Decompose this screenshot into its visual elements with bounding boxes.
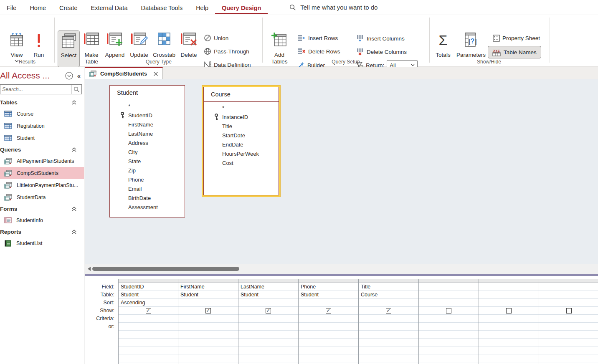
field-cell[interactable]: [419, 283, 479, 291]
empty-cell[interactable]: [299, 331, 358, 339]
empty-cell[interactable]: [299, 354, 358, 362]
menu-query-design[interactable]: Query Design: [215, 1, 268, 14]
grid-column-header[interactable]: [359, 279, 418, 283]
sort-cell[interactable]: [299, 299, 358, 307]
field-row[interactable]: Title: [204, 121, 279, 131]
or-cell[interactable]: [299, 323, 358, 331]
empty-cell[interactable]: [238, 362, 298, 364]
field-row[interactable]: LastName: [110, 129, 185, 138]
menu-database-tools[interactable]: Database Tools: [134, 1, 189, 14]
nav-item-studentdata-query[interactable]: StudentData: [0, 191, 84, 203]
field-cell[interactable]: LastName: [238, 283, 298, 291]
sort-cell[interactable]: [359, 299, 418, 307]
property-sheet-button[interactable]: Property Sheet: [493, 35, 540, 42]
union-button[interactable]: Union: [204, 34, 228, 42]
field-row[interactable]: City: [110, 147, 185, 157]
make-table-button[interactable]: Make Table: [80, 32, 103, 65]
view-button[interactable]: View: [5, 32, 28, 62]
tab-compscistudents[interactable]: CompSciStudents: [85, 67, 163, 79]
field-list-student[interactable]: Student * StudentID FirstName LastName A…: [109, 85, 185, 217]
criteria-cell[interactable]: [299, 315, 358, 323]
nav-search-input[interactable]: [0, 86, 71, 92]
field-row[interactable]: Address: [110, 138, 185, 147]
field-row[interactable]: *: [204, 103, 279, 112]
empty-cell[interactable]: [539, 354, 598, 362]
nav-item-compscistudents-query[interactable]: CompSciStudents: [0, 167, 84, 179]
menu-home[interactable]: Home: [23, 1, 53, 14]
select-query-button[interactable]: Select: [58, 30, 80, 67]
empty-cell[interactable]: [299, 362, 358, 364]
nav-item-student-table[interactable]: Student: [0, 132, 84, 144]
table-cell[interactable]: Student: [119, 291, 178, 299]
sort-cell[interactable]: Ascending: [119, 299, 178, 307]
pass-through-button[interactable]: Pass-Through: [204, 48, 249, 55]
empty-cell[interactable]: [479, 331, 539, 339]
criteria-cell[interactable]: [539, 315, 598, 323]
table-cell[interactable]: Student: [299, 291, 358, 299]
grid-column-header[interactable]: [299, 279, 358, 283]
run-button[interactable]: Run: [27, 32, 51, 58]
field-row[interactable]: InstanceID: [204, 112, 279, 121]
menu-file[interactable]: File: [0, 1, 23, 14]
close-icon[interactable]: [153, 71, 158, 76]
show-cell[interactable]: [419, 307, 479, 315]
empty-cell[interactable]: [479, 339, 539, 346]
scrollbar-thumb[interactable]: [92, 267, 239, 271]
append-button[interactable]: Append: [103, 32, 127, 58]
nav-item-studentinfo-form[interactable]: StudentInfo: [0, 214, 84, 226]
sort-cell[interactable]: [539, 299, 598, 307]
parameters-button[interactable]: [] ? Parameters: [457, 32, 485, 58]
empty-cell[interactable]: [479, 346, 539, 354]
empty-cell[interactable]: [419, 354, 479, 362]
shutter-close-icon[interactable]: «: [77, 72, 81, 79]
criteria-cell[interactable]: [479, 315, 539, 323]
table-names-button[interactable]: XYZ Table Names: [488, 46, 541, 58]
empty-cell[interactable]: [178, 331, 238, 339]
or-cell[interactable]: [359, 323, 418, 331]
show-checkbox[interactable]: [266, 308, 271, 313]
grid-column-header[interactable]: [479, 279, 539, 283]
insert-columns-button[interactable]: Insert Columns: [356, 35, 405, 42]
table-cell[interactable]: [419, 291, 479, 299]
sort-cell[interactable]: [178, 299, 238, 307]
nav-menu-dropdown-icon[interactable]: [65, 72, 73, 80]
show-cell[interactable]: [299, 307, 358, 315]
empty-cell[interactable]: [359, 339, 418, 346]
show-cell[interactable]: [119, 307, 178, 315]
delete-query-button[interactable]: Delete: [178, 32, 200, 58]
criteria-cell-active[interactable]: [359, 315, 418, 323]
empty-cell[interactable]: [359, 346, 418, 354]
empty-cell[interactable]: [539, 346, 598, 354]
field-cell[interactable]: Title: [359, 283, 418, 291]
show-cell[interactable]: [178, 307, 238, 315]
totals-button[interactable]: Σ Totals: [431, 32, 455, 58]
or-cell[interactable]: [178, 323, 238, 331]
nav-section-tables[interactable]: Tables: [0, 97, 84, 108]
show-cell[interactable]: [359, 307, 418, 315]
show-checkbox[interactable]: [566, 308, 572, 313]
table-cell[interactable]: Student: [238, 291, 298, 299]
empty-cell[interactable]: [479, 354, 539, 362]
show-checkbox[interactable]: [386, 308, 391, 313]
horizontal-scrollbar[interactable]: [85, 264, 598, 274]
empty-cell[interactable]: [238, 331, 298, 339]
nav-section-queries[interactable]: Queries: [0, 144, 84, 155]
grid-column-header[interactable]: [238, 279, 298, 283]
empty-cell[interactable]: [299, 339, 358, 346]
field-row[interactable]: Email: [110, 184, 185, 193]
field-row[interactable]: Assessment: [110, 202, 185, 212]
nav-item-course-table[interactable]: Course: [0, 108, 84, 120]
insert-rows-button[interactable]: Insert Rows: [297, 35, 338, 41]
grid-column-header[interactable]: [419, 279, 479, 283]
empty-cell[interactable]: [178, 339, 238, 346]
criteria-cell[interactable]: [419, 315, 479, 323]
table-cell[interactable]: Course: [359, 291, 418, 299]
empty-cell[interactable]: [119, 339, 178, 346]
empty-cell[interactable]: [119, 346, 178, 354]
or-cell[interactable]: [479, 323, 539, 331]
show-checkbox[interactable]: [326, 308, 331, 313]
field-row[interactable]: State: [110, 157, 185, 166]
field-cell[interactable]: FirstName: [178, 283, 238, 291]
delete-columns-button[interactable]: Delete Columns: [356, 48, 407, 56]
nav-section-reports[interactable]: Reports: [0, 226, 84, 237]
